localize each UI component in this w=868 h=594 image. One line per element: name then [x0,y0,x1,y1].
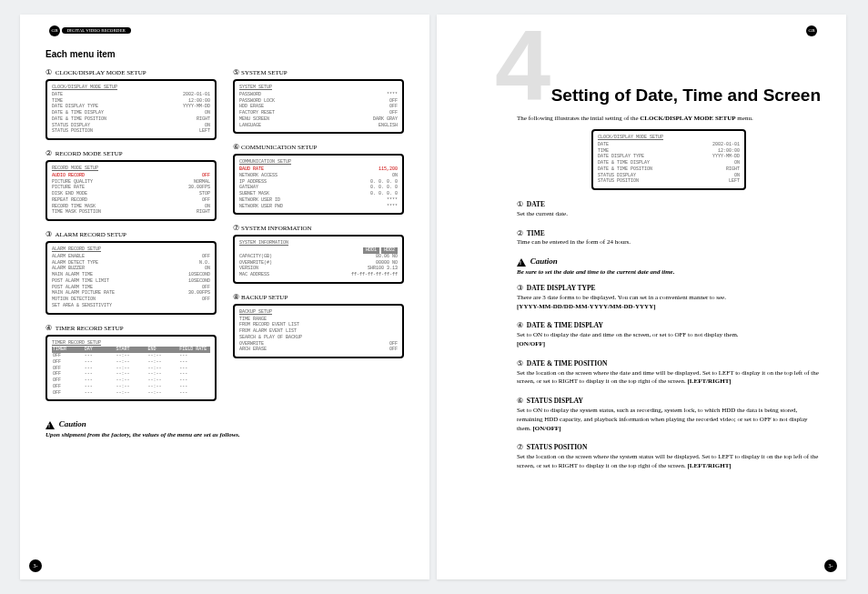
item-record: ② RECORD MODE SETUP RECORD MODE SETUP AU… [45,149,217,221]
monitor-alarm: ALARM RECORD SETUP ALARM ENABLEOFF ALARM… [45,241,217,315]
lang-badge: GB [806,25,817,36]
monitor-timer: TIMER RECORD SETUP TIMER DAY START END F… [45,335,217,402]
item-timer: ④ TIMER RECORD SETUP TIMER RECORD SETUP … [45,324,217,402]
monitor-system: SYSTEM SETUP PASSWORD**** PASSWORD LOCKO… [233,79,404,134]
right-content: The following illustrates the intial set… [462,115,821,471]
item-sysinfo: ⑦SYSTEM INFORMATION SYSTEM INFORMATION H… [233,224,404,284]
chapter-title: Setting of Date, Time and Screen [462,86,821,106]
pagenum-right: 3-14 [824,559,837,572]
warning-icon [517,258,526,267]
item-comm: ⑥COMMUNICATION SETUP COMMUNICATION SETUP… [233,143,404,215]
desc-datetime-position: ⑤ DATE & TIME POSITION Set the location … [517,358,821,387]
desc-time: ② TIME Time can be entered in the form o… [517,228,821,248]
item-title: CLOCK/DISPLAY MODE SETUP [56,69,146,76]
header-right: GB [806,25,817,36]
monitor-sysinfo: SYSTEM INFORMATION HDD1HDD2 CAPACITY(GB)… [233,235,404,284]
desc-status-position: ⑦ STATUS POSITION Set the location on th… [517,442,821,470]
desc-date-display-type: ③ DATE DISPLAY TYPE There are 3 date for… [517,283,821,311]
menu-columns: ① CLOCK/DISPLAY MODE SETUP CLOCK/DISPLAY… [45,68,404,410]
desc-status-display: ⑥ STATUS DISPLAY Set to ON to display th… [517,396,821,433]
col-1: ① CLOCK/DISPLAY MODE SETUP CLOCK/DISPLAY… [45,68,217,410]
each-menu-heading: Each menu item [45,49,404,59]
pagenum-left: 3-13 [29,559,42,572]
page-left: GB DIGITAL VIDEO RECORDER Each menu item… [20,15,429,579]
product-pill: DIGITAL VIDEO RECORDER [62,27,131,34]
desc-date: ① DATE Set the current date. [517,199,821,219]
item-system: ⑤SYSTEM SETUP SYSTEM SETUP PASSWORD**** … [233,68,404,134]
item-backup: ⑧BACKUP SETUP BACKUP SETUP TIME RANGE FR… [233,293,404,358]
intro-text: The following illustrates the intial set… [517,115,821,122]
item-alarm: ③ ALARM RECORD SETUP ALARM RECORD SETUP … [45,230,217,315]
monitor-clock: CLOCK/DISPLAY MODE SETUP DATE2002-01-01 … [45,79,217,140]
monitor-clock-right: CLOCK/DISPLAY MODE SETUP DATE2002-01-01 … [591,129,746,190]
monitor-comm: COMMUNICATION SETUP BAUD RATE115,200 NET… [233,154,404,215]
warning-icon [45,421,55,429]
left-content: Each menu item ① CLOCK/DISPLAY MODE SETU… [45,49,404,438]
caution-left: Caution Upon shipment from the factory, … [45,419,404,438]
col-2: ⑤SYSTEM SETUP SYSTEM SETUP PASSWORD**** … [233,68,404,410]
page-right: GB 4 Setting of Date, Time and Screen Th… [437,15,846,579]
desc-datetime-display: ④ DATE & TIME DISPLAY Set to ON to displ… [517,320,821,348]
header-left: GB DIGITAL VIDEO RECORDER [49,25,131,36]
lang-badge: GB [49,25,60,36]
caution-right: Caution Be sure to set the date and time… [517,257,821,276]
monitor-record: RECORD MODE SETUP AUDIO RECORDOFF PICTUR… [45,160,217,221]
item-clock: ① CLOCK/DISPLAY MODE SETUP CLOCK/DISPLAY… [45,68,217,140]
monitor-backup: BACKUP SETUP TIME RANGE FROM RECORD EVEN… [233,304,404,358]
description-list: ① DATE Set the current date. ② TIME Time… [517,199,821,471]
